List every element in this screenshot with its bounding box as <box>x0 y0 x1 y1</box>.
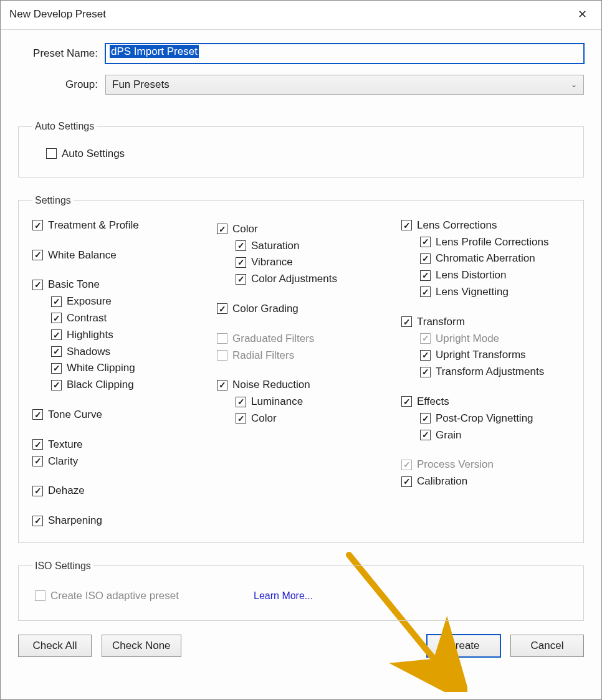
highlights-checkbox[interactable] <box>51 329 62 340</box>
dehaze-label: Dehaze <box>48 483 85 498</box>
chromatic-checkbox[interactable] <box>420 253 431 264</box>
noise-reduction-label: Noise Reduction <box>232 377 310 392</box>
settings-col-3: Lens Corrections Lens Profile Correction… <box>401 216 570 530</box>
highlights-label: Highlights <box>67 328 113 343</box>
black-clipping-label: Black Clipping <box>67 377 134 392</box>
preset-name-value: dPS Import Preset <box>110 45 199 58</box>
basic-tone-checkbox[interactable] <box>32 280 43 290</box>
group-label: Group: <box>18 78 105 91</box>
lens-distortion-checkbox[interactable] <box>420 270 431 281</box>
saturation-label: Saturation <box>251 239 300 253</box>
chevron-down-icon: ⌄ <box>571 80 577 89</box>
post-crop-vignetting-label: Post-Crop Vignetting <box>436 411 533 426</box>
check-none-button[interactable]: Check None <box>102 635 181 657</box>
graduated-filters-checkbox <box>217 333 227 344</box>
treatment-profile-checkbox[interactable] <box>32 220 43 230</box>
process-version-checkbox <box>401 460 412 470</box>
auto-settings-label: Auto Settings <box>62 146 125 161</box>
upright-mode-checkbox <box>420 333 431 344</box>
graduated-filters-label: Graduated Filters <box>232 331 314 346</box>
cancel-button[interactable]: Cancel <box>510 635 584 657</box>
saturation-checkbox[interactable] <box>236 240 246 251</box>
auto-settings-group: Auto Settings Auto Settings <box>18 121 584 177</box>
color-grading-label: Color Grading <box>232 301 299 316</box>
shadows-label: Shadows <box>67 344 110 359</box>
iso-settings-legend: ISO Settings <box>32 560 93 572</box>
calibration-checkbox[interactable] <box>401 476 412 487</box>
post-crop-vignetting-checkbox[interactable] <box>420 413 431 423</box>
luminance-label: Luminance <box>251 394 303 409</box>
exposure-label: Exposure <box>67 294 112 309</box>
lens-vignetting-label: Lens Vignetting <box>436 285 509 300</box>
vibrance-label: Vibrance <box>251 255 293 270</box>
texture-checkbox[interactable] <box>32 439 43 450</box>
lens-vignetting-checkbox[interactable] <box>420 286 431 297</box>
noise-reduction-checkbox[interactable] <box>217 380 227 390</box>
color-label: Color <box>232 222 258 237</box>
sharpening-label: Sharpening <box>48 513 102 528</box>
dialog-title: New Develop Preset <box>9 8 106 21</box>
lens-corrections-checkbox[interactable] <box>401 220 412 230</box>
transform-adjustments-checkbox[interactable] <box>420 367 431 377</box>
grain-label: Grain <box>436 428 462 443</box>
check-all-button[interactable]: Check All <box>18 635 92 657</box>
chromatic-label: Chromatic Aberration <box>436 251 535 266</box>
group-value: Fun Presets <box>112 78 170 91</box>
calibration-label: Calibration <box>417 474 467 489</box>
effects-checkbox[interactable] <box>401 396 412 407</box>
basic-tone-label: Basic Tone <box>48 277 100 292</box>
iso-settings-group: ISO Settings Create ISO adaptive preset … <box>18 560 584 621</box>
process-version-label: Process Version <box>417 457 494 472</box>
black-clipping-checkbox[interactable] <box>51 380 62 390</box>
button-row: Check All Check None Create Cancel <box>18 635 584 657</box>
clarity-label: Clarity <box>48 454 78 469</box>
group-select[interactable]: Fun Presets ⌄ <box>105 75 584 95</box>
create-button[interactable]: Create <box>427 635 500 657</box>
upright-transforms-label: Upright Transforms <box>436 348 526 362</box>
auto-settings-checkbox[interactable] <box>46 148 57 159</box>
upright-transforms-checkbox[interactable] <box>420 350 431 361</box>
treatment-profile-label: Treatment & Profile <box>48 218 139 233</box>
color-checkbox[interactable] <box>217 224 227 234</box>
upright-mode-label: Upright Mode <box>436 331 499 346</box>
transform-label: Transform <box>417 315 465 329</box>
settings-legend: Settings <box>32 195 74 206</box>
white-clipping-label: White Clipping <box>67 361 135 376</box>
shadows-checkbox[interactable] <box>51 346 62 357</box>
radial-filters-label: Radial Filters <box>232 348 294 363</box>
noise-color-label: Color <box>251 411 277 426</box>
lens-profile-label: Lens Profile Corrections <box>436 235 548 250</box>
luminance-checkbox[interactable] <box>236 397 246 407</box>
dehaze-checkbox[interactable] <box>32 486 43 496</box>
noise-color-checkbox[interactable] <box>236 413 246 423</box>
color-grading-checkbox[interactable] <box>217 303 227 314</box>
dialog-content: Preset Name: dPS Import Preset Group: Fu… <box>1 30 601 699</box>
create-iso-row: Create ISO adaptive preset <box>35 589 179 603</box>
texture-label: Texture <box>48 437 83 452</box>
tone-curve-checkbox[interactable] <box>32 409 43 420</box>
preset-name-label: Preset Name: <box>18 47 105 60</box>
auto-settings-checkbox-row: Auto Settings <box>46 146 570 161</box>
vibrance-checkbox[interactable] <box>236 257 246 268</box>
white-balance-checkbox[interactable] <box>32 250 43 260</box>
white-balance-label: White Balance <box>48 248 117 263</box>
preset-name-row: Preset Name: dPS Import Preset <box>18 44 584 64</box>
close-icon: ✕ <box>578 7 587 21</box>
clarity-checkbox[interactable] <box>32 456 43 466</box>
lens-profile-checkbox[interactable] <box>420 237 431 247</box>
contrast-checkbox[interactable] <box>51 313 62 323</box>
create-iso-label: Create ISO adaptive preset <box>50 589 179 603</box>
exposure-checkbox[interactable] <box>51 296 62 307</box>
grain-checkbox[interactable] <box>420 430 431 440</box>
white-clipping-checkbox[interactable] <box>51 363 62 374</box>
sharpening-checkbox[interactable] <box>32 516 43 526</box>
contrast-label: Contrast <box>67 311 107 326</box>
settings-col-1: Treatment & Profile White Balance Basic … <box>32 216 201 530</box>
settings-col-2: Color Saturation Vibrance Color Adjustme… <box>217 216 385 530</box>
learn-more-link[interactable]: Learn More... <box>254 590 313 602</box>
transform-checkbox[interactable] <box>401 316 412 327</box>
close-button[interactable]: ✕ <box>571 6 593 23</box>
color-adjustments-checkbox[interactable] <box>236 274 246 285</box>
radial-filters-checkbox <box>217 350 227 361</box>
preset-name-input[interactable]: dPS Import Preset <box>105 44 584 64</box>
